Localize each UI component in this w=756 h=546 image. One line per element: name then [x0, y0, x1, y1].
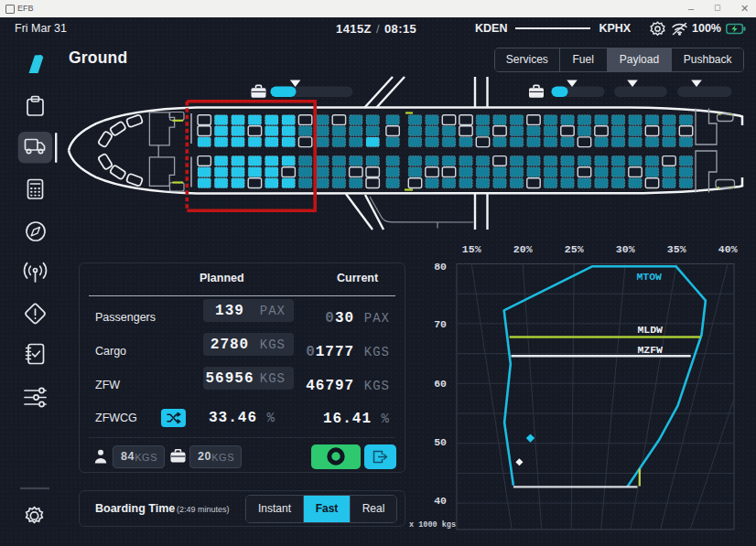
svg-text:MZFW: MZFW	[637, 344, 663, 356]
svg-text:20%: 20%	[513, 243, 533, 255]
svg-text:25%: 25%	[565, 243, 584, 255]
svg-text:MLDW: MLDW	[637, 324, 663, 336]
svg-text:80: 80	[434, 261, 447, 273]
svg-text:40: 40	[434, 495, 447, 507]
svg-text:x 1000 kgs: x 1000 kgs	[409, 520, 456, 530]
svg-text:40%: 40%	[718, 243, 738, 255]
svg-text:30%: 30%	[616, 243, 635, 255]
svg-text:70: 70	[434, 318, 447, 330]
svg-text:60: 60	[434, 378, 447, 390]
svg-text:MTOW: MTOW	[636, 271, 662, 283]
svg-text:15%: 15%	[462, 243, 481, 255]
svg-text:35%: 35%	[667, 243, 686, 255]
svg-text:50: 50	[434, 436, 447, 448]
